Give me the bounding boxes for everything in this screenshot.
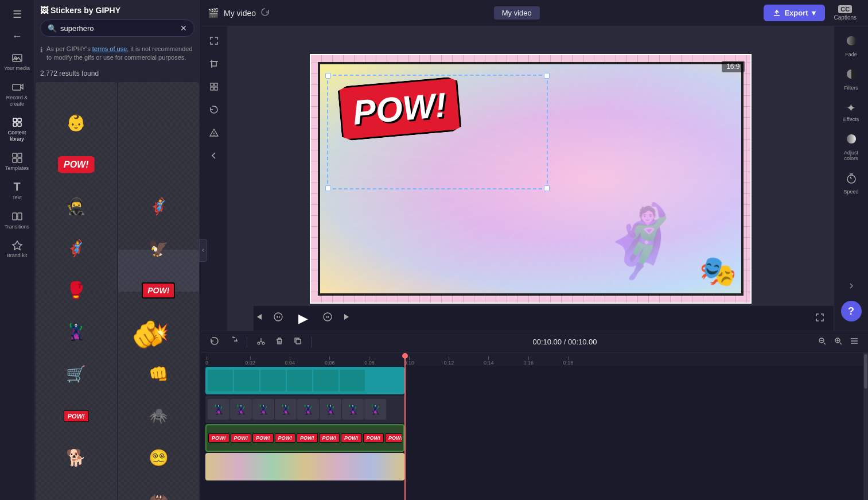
play-pause-button[interactable]: ▶ [293, 308, 313, 329]
sidebar-label-record: Record & create [4, 95, 30, 107]
rewind-button[interactable] [273, 312, 283, 325]
playhead-line [404, 353, 406, 366]
grid-button[interactable] [204, 77, 224, 96]
crop-button[interactable] [204, 54, 224, 73]
clear-search-button[interactable]: ✕ [180, 24, 187, 33]
skip-end-button[interactable] [342, 312, 352, 325]
pow-chip-8: POW! [363, 433, 384, 443]
panel-collapse-button[interactable]: ‹ [199, 239, 207, 262]
search-bar: 🔍 ✕ [40, 20, 194, 37]
sync-icon[interactable] [260, 7, 270, 19]
export-button[interactable]: Export ▾ [764, 5, 824, 21]
timeline-cut[interactable] [254, 334, 268, 350]
video-workspace: POW! 🦸 🎭 16:9 [201, 26, 868, 331]
sidebar-item-menu[interactable]: ☰ [2, 5, 33, 24]
timeline-gutter [201, 353, 205, 500]
svg-point-27 [847, 69, 856, 79]
help-button[interactable]: ? [841, 301, 862, 321]
search-input[interactable] [60, 24, 177, 33]
sticker-emoji-8: 🦅 [149, 239, 169, 258]
timeline-redo[interactable] [226, 334, 240, 350]
track2-chip-7: 🦹 [342, 399, 364, 420]
zoom-in-button[interactable] [831, 334, 845, 350]
track2-chip-2: 🦹 [230, 399, 252, 420]
fit-screen-button[interactable] [204, 31, 224, 51]
project-emoji: 🎬 [208, 7, 219, 18]
svg-rect-21 [215, 87, 217, 90]
svg-rect-11 [13, 213, 17, 220]
fade-icon [845, 34, 858, 50]
track2-chip-3: 🦹 [252, 399, 274, 420]
right-panel-collapse[interactable] [847, 281, 856, 297]
pow-chip-3: POW! [252, 433, 274, 443]
fullscreen-button[interactable] [815, 313, 824, 324]
svg-rect-2 [13, 84, 21, 90]
sidebar-item-content-library[interactable]: Content library [2, 113, 33, 146]
track-row-3-pow[interactable]: POW! POW! POW! POW! POW! POW! POW! POW! … [205, 424, 404, 452]
sticker-pow-1: POW! [58, 156, 95, 173]
tab-my-video[interactable]: My video [494, 6, 540, 20]
svg-rect-7 [13, 153, 17, 157]
sidebar-item-transitions[interactable]: Transitions [2, 207, 33, 234]
warning-button[interactable] [204, 123, 224, 142]
right-panel-effects[interactable]: ✦ Effects [836, 98, 867, 126]
fade-label: Fade [845, 52, 857, 57]
svg-rect-9 [13, 158, 17, 162]
zoom-out-button[interactable] [815, 334, 829, 350]
sidebar-item-record[interactable]: Record & create [2, 77, 33, 111]
captions-button[interactable]: CC Captions [830, 5, 861, 21]
track-row-2[interactable]: 🦹 🦹 🦹 🦹 🦹 🦹 🦹 🦹 [205, 396, 404, 423]
track-row-4-comic[interactable] [205, 453, 404, 480]
ruler-mark-4: 0:08 [364, 356, 375, 366]
svg-point-23 [213, 135, 215, 136]
pow-chip-9: POW! [385, 433, 402, 443]
ruler-mark-9: 0:18 [563, 356, 574, 366]
sticker-pow-3: POW! [64, 410, 89, 422]
sidebar-item-your-media[interactable]: Your media [2, 48, 33, 75]
sticker-emoji-1: 👶 [66, 113, 86, 132]
timeline-ruler: 0 0:02 0:04 0:06 [205, 353, 868, 366]
timeline-duplicate[interactable] [291, 334, 305, 350]
sidebar-item-text[interactable]: T Text [2, 177, 33, 204]
export-chevron: ▾ [812, 9, 816, 17]
templates-icon [11, 152, 24, 164]
mask-sticker[interactable]: 🎭 [699, 254, 737, 289]
track2-chip-6: 🦹 [320, 399, 341, 420]
canvas-area: POW! 🦸 🎭 16:9 [227, 26, 834, 331]
terms-link[interactable]: terms of use [92, 45, 127, 52]
fast-forward-button[interactable] [322, 312, 333, 325]
menu-icon: ☰ [11, 8, 24, 21]
scrollbar-thumb[interactable] [864, 354, 867, 389]
fit-timeline-button[interactable] [847, 334, 861, 350]
sticker-emoji-16: 🕷️ [149, 407, 168, 425]
hide-panel-button[interactable] [204, 146, 224, 165]
right-panel-adjust[interactable]: Adjust colors [836, 129, 867, 165]
captions-label: Captions [834, 14, 857, 21]
teal-chip-1 [208, 370, 233, 392]
ruler-mark-2: 0:04 [285, 356, 295, 366]
teal-track-segment[interactable] [205, 367, 404, 394]
ruler-mark-1: 0:02 [245, 356, 255, 366]
text-icon: T [11, 181, 24, 193]
timeline-tracks: 0 0:02 0:04 0:06 [205, 353, 868, 500]
timeline-undo[interactable] [208, 334, 221, 350]
right-panel-filters[interactable]: Filters [836, 64, 867, 94]
svg-point-31 [262, 342, 264, 344]
right-panel-speed[interactable]: Speed [836, 168, 867, 198]
undo-button[interactable] [204, 100, 224, 119]
video-frame: POW! 🦸 🎭 16:9 [310, 54, 752, 304]
svg-rect-6 [18, 123, 21, 126]
sidebar-item-templates[interactable]: Templates [2, 148, 33, 175]
sidebar-label-your-media: Your media [4, 65, 30, 72]
right-panel-fade[interactable]: Fade [836, 31, 867, 61]
sticker-emoji-5: 🥷 [66, 197, 86, 216]
track2-chip-1: 🦹 [208, 399, 229, 420]
skip-start-button[interactable] [254, 312, 264, 325]
sidebar-item-back[interactable]: ← [2, 26, 33, 46]
svg-rect-18 [211, 83, 213, 86]
sidebar-item-brand-kit[interactable]: Brand kit [2, 235, 33, 262]
track2-chip-5: 🦹 [297, 399, 319, 420]
svg-rect-32 [296, 339, 301, 344]
pow-chip-6: POW! [319, 433, 340, 443]
timeline-delete[interactable] [273, 334, 286, 350]
